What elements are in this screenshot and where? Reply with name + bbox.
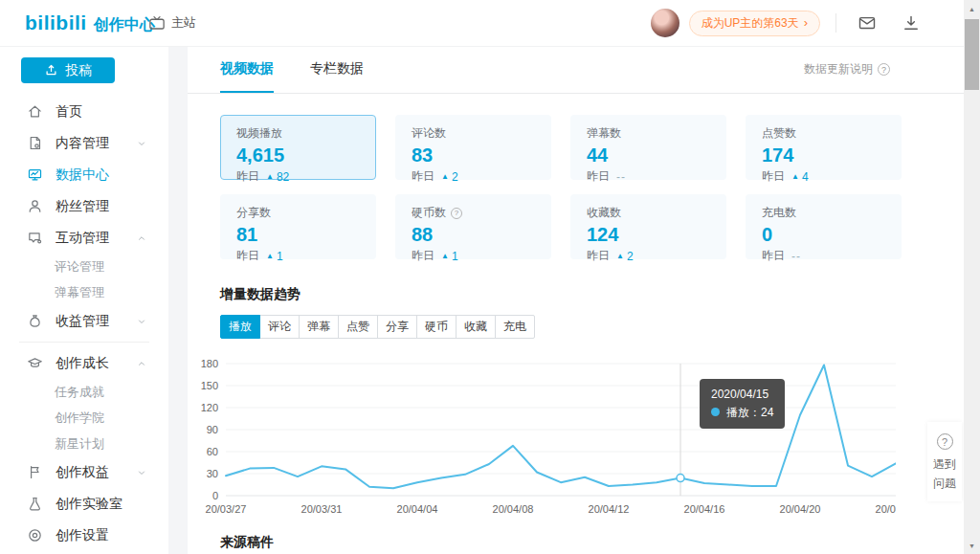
scroll-down-arrow[interactable]: ▼ (964, 538, 980, 553)
logo-text: bilibili (25, 11, 87, 34)
metric-tab[interactable]: 硬币 (416, 315, 457, 339)
delta-value: 4 (802, 170, 809, 184)
logo-suffix-text: 创作中心 (94, 15, 155, 35)
sidebar-subitem[interactable]: 弹幕管理 (0, 279, 168, 305)
mail-icon[interactable] (858, 13, 877, 33)
up-days-badge[interactable]: 成为UP主的第63天 › (689, 11, 820, 36)
stat-card[interactable]: 分享数81昨日▲1 (220, 194, 376, 259)
sidebar-item[interactable]: 数据中心 (0, 159, 168, 190)
main-site-link[interactable]: 主站 (148, 14, 196, 32)
main-site-label: 主站 (171, 14, 196, 32)
settings-icon (27, 527, 43, 543)
delta-value: -- (791, 250, 801, 263)
metric-tab[interactable]: 点赞 (338, 315, 378, 339)
chevron-right-icon: › (804, 18, 808, 28)
help-widget[interactable]: ? 遇到 问题 (927, 422, 962, 501)
tv-icon (148, 14, 166, 32)
download-icon[interactable] (902, 13, 921, 33)
delta-value: 1 (452, 250, 458, 263)
delta-value: 2 (627, 250, 634, 263)
tab[interactable]: 专栏数据 (310, 46, 364, 93)
yesterday-label: 昨日 (412, 248, 434, 264)
stat-card[interactable]: 收藏数124昨日▲2 (570, 194, 726, 259)
card-label: 视频播放 (236, 125, 282, 142)
svg-text:20/04/04: 20/04/04 (397, 503, 438, 515)
app-header: bilibili 创作中心 主站 成为UP主的第63天 › (0, 0, 980, 47)
metric-tab[interactable]: 弹幕 (299, 315, 339, 339)
trend-chart[interactable]: 030609012015018020/03/2720/03/3120/04/04… (188, 354, 896, 519)
growth-icon (27, 355, 43, 371)
yesterday-label: 昨日 (762, 168, 785, 185)
yesterday-label: 昨日 (762, 248, 785, 264)
card-label: 充电数 (762, 205, 796, 221)
up-arrow-icon: ▲ (791, 172, 799, 181)
sidebar-subitem[interactable]: 评论管理 (0, 254, 168, 279)
card-value: 83 (412, 144, 535, 166)
svg-text:20/04/16: 20/04/16 (684, 503, 725, 515)
avatar[interactable] (651, 9, 679, 37)
sidebar-item[interactable]: 创作实验室 (0, 488, 168, 520)
delta-value: 82 (277, 170, 289, 184)
trend-line-chart: 030609012015018020/03/2720/03/3120/04/04… (188, 354, 896, 519)
sidebar-item-label: 互动管理 (56, 230, 109, 247)
sidebar-item[interactable]: 粉丝管理 (0, 190, 168, 222)
metric-tab[interactable]: 分享 (377, 315, 417, 339)
metric-tab[interactable]: 充电 (495, 315, 535, 339)
card-label: 评论数 (412, 125, 446, 142)
metric-tab[interactable]: 评论 (259, 315, 300, 339)
sidebar-item-label: 收益管理 (56, 313, 109, 330)
bilibili-logo[interactable]: bilibili 创作中心 (25, 11, 155, 35)
card-value: 0 (762, 224, 885, 245)
metric-tab[interactable]: 收藏 (456, 315, 496, 339)
tab[interactable]: 视频数据 (220, 46, 274, 93)
svg-text:20/03/27: 20/03/27 (206, 503, 247, 515)
svg-text:180: 180 (201, 358, 218, 369)
sidebar-item[interactable]: 互动管理 (0, 222, 168, 254)
scrollbar[interactable]: ▲ ▼ (964, 0, 980, 554)
sidebar-item[interactable]: 收益管理 (0, 305, 168, 337)
metric-tab[interactable]: 播放 (220, 315, 260, 339)
svg-text:150: 150 (201, 380, 218, 391)
card-label: 收藏数 (587, 205, 621, 221)
svg-text:60: 60 (207, 446, 218, 457)
stat-card[interactable]: 点赞数174昨日▲4 (746, 115, 902, 180)
sidebar-subitem[interactable]: 创作学院 (0, 405, 168, 431)
stat-card[interactable]: 视频播放4,615昨日▲82 (220, 115, 376, 180)
help-widget-line2: 问题 (933, 476, 956, 492)
sidebar-item-label: 数据中心 (56, 166, 109, 184)
sidebar-item[interactable]: 创作设置 (0, 520, 168, 551)
chevron-down-icon (136, 138, 147, 149)
stat-card[interactable]: 评论数83昨日▲2 (395, 115, 551, 180)
sidebar: 投稿 首页内容管理数据中心粉丝管理互动管理评论管理弹幕管理收益管理创作成长任务成… (0, 46, 168, 554)
tab-list: 视频数据专栏数据 (220, 46, 400, 93)
sidebar-item[interactable]: 内容管理 (0, 127, 168, 159)
help-widget-line1: 遇到 (933, 456, 956, 473)
submit-button[interactable]: 投稿 (21, 57, 115, 83)
sidebar-subitem[interactable]: 新星计划 (0, 431, 168, 456)
sidebar-item[interactable]: 首页 (0, 96, 168, 127)
card-label: 弹幕数 (587, 125, 621, 142)
sidebar-item[interactable]: 创作成长 (0, 347, 168, 379)
card-value: 81 (236, 224, 360, 245)
scroll-up-arrow[interactable]: ▲ (964, 1, 980, 16)
chevron-down-icon (136, 316, 147, 327)
stat-card[interactable]: 弹幕数44昨日-- (570, 115, 726, 180)
stat-card[interactable]: 充电数0昨日-- (746, 194, 902, 259)
sidebar-item-label: 任务成就 (55, 384, 104, 401)
sidebar-item-label: 创作设置 (56, 527, 109, 544)
svg-text:20/04/08: 20/04/08 (493, 503, 534, 515)
card-label: 点赞数 (762, 125, 796, 142)
svg-text:30: 30 (207, 468, 218, 479)
main-panel: 视频数据专栏数据 数据更新说明 ? 视频播放4,615昨日▲82评论数83昨日▲… (188, 46, 964, 554)
svg-text:20/04/20: 20/04/20 (780, 503, 821, 515)
svg-text:20/04/12: 20/04/12 (589, 503, 630, 515)
scroll-thumb[interactable] (965, 19, 979, 90)
svg-text:20/04/24: 20/04/24 (876, 503, 896, 515)
stat-card[interactable]: 硬币数?88昨日▲1 (395, 194, 551, 259)
header-actions: 成为UP主的第63天 › (651, 9, 921, 37)
sidebar-item[interactable]: 创作权益 (0, 456, 168, 488)
sidebar-subitem[interactable]: 任务成就 (0, 379, 168, 405)
card-label: 硬币数 (412, 205, 446, 221)
card-value: 124 (587, 224, 710, 245)
data-update-note[interactable]: 数据更新说明 ? (804, 46, 890, 93)
